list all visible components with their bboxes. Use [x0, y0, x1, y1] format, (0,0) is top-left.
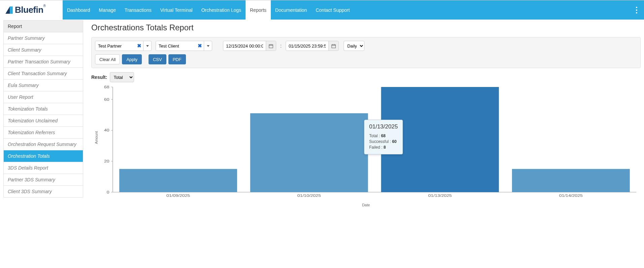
- x-axis-label: Date: [91, 203, 641, 207]
- svg-rect-6: [332, 44, 335, 48]
- overflow-menu-button[interactable]: [629, 0, 644, 20]
- bar-01/09/2025[interactable]: [119, 169, 237, 192]
- export-csv-button[interactable]: CSV: [149, 54, 166, 64]
- client-input[interactable]: [156, 41, 196, 51]
- date-to-input[interactable]: [286, 41, 328, 51]
- sidebar-item-3ds-details-report[interactable]: 3DS Details Report: [3, 162, 83, 174]
- sidebar-item-tokenization-unclaimed[interactable]: Tokenization Unclaimed: [3, 115, 83, 127]
- svg-text:20: 20: [104, 159, 109, 163]
- sidebar-item-client-transaction-summary[interactable]: Client Transaction Summary: [3, 68, 83, 80]
- svg-text:01/13/2025: 01/13/2025: [428, 193, 452, 198]
- sidebar-item-partner-summary[interactable]: Partner Summary: [3, 32, 83, 44]
- nav-item-manage[interactable]: Manage: [95, 0, 121, 20]
- svg-text:68: 68: [104, 85, 109, 89]
- bar-01/14/2025[interactable]: [512, 169, 630, 192]
- calendar-icon[interactable]: [328, 41, 339, 51]
- brand-logo[interactable]: Bluefin ®: [0, 0, 63, 20]
- primary-nav: DashboardManageTransactionsVirtual Termi…: [63, 0, 629, 20]
- result-select[interactable]: Total: [110, 72, 134, 82]
- svg-text:0: 0: [107, 190, 109, 194]
- bar-01/10/2025[interactable]: [250, 113, 368, 192]
- partner-selector[interactable]: ✖: [95, 41, 152, 51]
- bar-chart[interactable]: 02040606801/09/202501/10/202501/13/20250…: [91, 84, 641, 202]
- chart-container: Amount 02040606801/09/202501/10/202501/1…: [91, 84, 641, 207]
- nav-item-reports[interactable]: Reports: [246, 0, 271, 20]
- nav-item-dashboard[interactable]: Dashboard: [63, 0, 95, 20]
- sidebar-item-partner-3ds-summary[interactable]: Partner 3DS Summary: [3, 174, 83, 186]
- clear-all-button[interactable]: Clear All: [95, 54, 120, 64]
- svg-text:60: 60: [104, 97, 109, 101]
- client-clear-icon[interactable]: ✖: [196, 41, 204, 51]
- nav-item-orchestration-logs[interactable]: Orchestration Logs: [197, 0, 246, 20]
- client-dropdown-icon[interactable]: [204, 41, 212, 51]
- nav-item-contact-support[interactable]: Contact Support: [311, 0, 354, 20]
- nav-item-virtual-terminal[interactable]: Virtual Terminal: [156, 0, 197, 20]
- filter-panel: ✖ ✖ :: [91, 37, 641, 68]
- interval-select[interactable]: Daily: [344, 41, 364, 51]
- date-to-field[interactable]: [286, 41, 339, 51]
- result-selector-row: Result: Total: [91, 72, 641, 82]
- partner-dropdown-icon[interactable]: [143, 41, 151, 51]
- brand-name: Bluefin: [15, 5, 43, 15]
- registered-mark: ®: [43, 4, 46, 8]
- client-selector[interactable]: ✖: [156, 41, 212, 51]
- bar-01/13/2025[interactable]: [381, 87, 499, 192]
- sidebar-item-tokenization-referrers[interactable]: Tokenization Referrers: [3, 127, 83, 139]
- date-from-field[interactable]: [223, 41, 276, 51]
- sidebar-item-user-report[interactable]: User Report: [3, 91, 83, 103]
- sidebar-item-orchestration-request-summary[interactable]: Orchestration Request Summary: [3, 139, 83, 150]
- svg-rect-2: [269, 44, 273, 48]
- sidebar-item-client-3ds-summary[interactable]: Client 3DS Summary: [3, 186, 83, 198]
- nav-item-transactions[interactable]: Transactions: [120, 0, 156, 20]
- svg-text:40: 40: [104, 128, 109, 132]
- nav-item-documentation[interactable]: Documentation: [271, 0, 311, 20]
- sidebar-item-orchestration-totals[interactable]: Orchestration Totals: [3, 150, 83, 162]
- partner-input[interactable]: [95, 41, 135, 51]
- sidebar-item-client-summary[interactable]: Client Summary: [3, 44, 83, 56]
- apply-button[interactable]: Apply: [122, 54, 142, 64]
- y-axis-label: Amount: [94, 131, 98, 144]
- svg-marker-1: [10, 6, 13, 14]
- brand-logo-icon: [5, 6, 13, 14]
- export-pdf-button[interactable]: PDF: [168, 54, 186, 64]
- report-sidebar: Report Partner SummaryClient SummaryPart…: [3, 20, 83, 207]
- svg-text:01/14/2025: 01/14/2025: [559, 193, 583, 198]
- result-label: Result:: [91, 75, 107, 80]
- sidebar-item-tokenization-totals[interactable]: Tokenization Totals: [3, 103, 83, 115]
- top-nav-bar: Bluefin ® DashboardManageTransactionsVir…: [0, 0, 644, 20]
- sidebar-item-partner-transaction-summary[interactable]: Partner Transaction Summary: [3, 56, 83, 68]
- kebab-icon: [636, 7, 637, 13]
- partner-clear-icon[interactable]: ✖: [135, 41, 143, 51]
- page-title: Orchestrations Totals Report: [91, 23, 641, 32]
- date-separator: :: [280, 43, 282, 49]
- svg-text:01/09/2025: 01/09/2025: [166, 193, 190, 198]
- date-from-input[interactable]: [223, 41, 266, 51]
- content-area: Orchestrations Totals Report ✖ ✖: [83, 20, 641, 207]
- calendar-icon[interactable]: [266, 41, 276, 51]
- sidebar-heading: Report: [3, 20, 83, 32]
- sidebar-item-eula-summary[interactable]: Eula Summary: [3, 80, 83, 91]
- svg-text:01/10/2025: 01/10/2025: [297, 193, 321, 198]
- svg-marker-0: [5, 6, 10, 14]
